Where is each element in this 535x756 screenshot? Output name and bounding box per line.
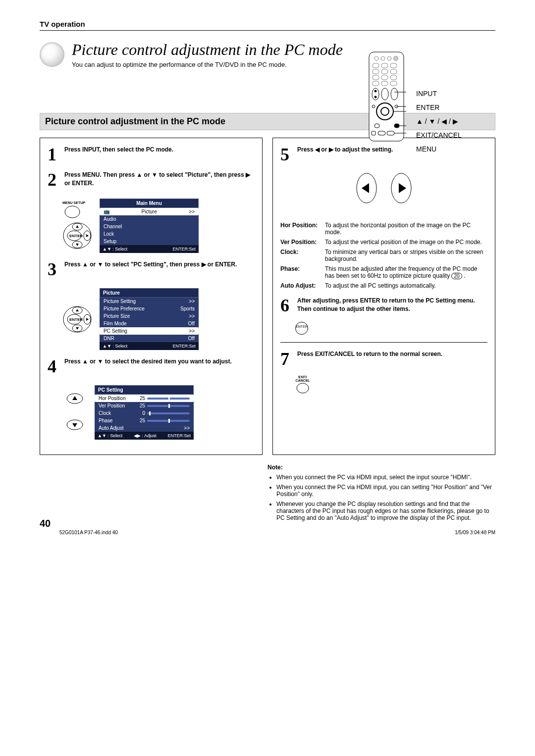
down-button-icon [62,417,87,432]
menu-button-icon [62,204,82,219]
menu-item-channel: Channel [104,224,122,229]
section-header: TV operation [40,20,495,31]
remote-label-input: INPUT [416,87,462,101]
exit-cancel-label: EXIT/ CANCEL [295,375,310,382]
up-button-icon [62,391,87,406]
enter-label: ENTER [69,234,83,238]
step-2: Press MENU. Then press ▲ or ▼ to select … [64,171,255,188]
page-title: Picture control adjustment in the PC mod… [72,41,343,59]
def-hor-label: Hor Position: [280,222,325,236]
def-hor-text: To adjust the horizontal position of the… [325,222,487,236]
exit-button-icon [295,382,310,394]
def-ver-label: Ver Position: [280,239,325,246]
remote-label-exit: EXIT/CANCEL [416,128,462,142]
enter-label: ENTER [69,317,83,322]
note-2: When you connect the PC via HDMI input, … [276,484,495,498]
step-7: Press EXIT/CANCEL to return to the norma… [297,350,487,358]
def-clock-text: To minimize any vertical bars or stripes… [325,249,487,262]
svg-point-61 [297,383,309,393]
remote-label-arrows: ▲ / ▼ / ◀ / ▶ [416,114,462,128]
svg-point-4 [394,56,398,61]
def-clock-label: Clock: [280,249,325,262]
svg-point-36 [65,206,80,218]
def-auto-label: Auto Adjust: [280,282,325,289]
svg-rect-27 [394,124,399,128]
svg-point-19 [374,96,376,98]
note-1: When you connect the PC via HDMI input, … [276,474,495,481]
step-4: Press ▲ or ▼ to select the desired item … [64,357,255,366]
step-1: Press INPUT, then select the PC mode. [64,146,255,154]
svg-point-18 [374,90,376,92]
footer-file: 52G0101A P37-46.indd 40 [59,530,118,535]
def-phase-text: This must be adjusted after the frequenc… [325,265,487,279]
menu-setup-label: MENU SETUP [62,201,92,204]
def-ver-text: To adjust the vertical position of the i… [325,239,487,246]
main-menu-osd: Main Menu 📺Picture>> Audio Channel Lock … [100,199,199,253]
remote-label-menu: MENU [416,142,462,156]
enter-button-icon: ENTER [295,322,308,335]
note-heading: Note: [268,464,495,471]
menu-item-setup: Setup [104,239,116,244]
page-subtitle: You can adjust to optimize the performan… [72,61,343,68]
left-right-buttons-icon [349,171,419,205]
menu-item-picture: Picture [142,209,157,214]
step-3: Press ▲ or ▼ to select "PC Setting", the… [64,260,255,269]
def-auto-text: To adjust the all PC settings automatica… [325,282,487,289]
main-menu-title: Main Menu [100,199,199,208]
picture-menu-osd: Picture Picture Setting>> Picture Prefer… [100,288,199,350]
note-3: Whenever you change the PC display resol… [276,501,495,521]
page-number: 40 [40,518,51,529]
pc-setting-osd: PC Setting Hor Position25 Ver Position25… [95,385,194,440]
remote-diagram: INPUT ENTER ▲ / ▼ / ◀ / ▶ EXIT/CANCEL ME… [367,50,495,145]
remote-label-enter: ENTER [416,101,462,114]
svg-rect-0 [369,52,404,141]
decorative-sphere [40,42,64,67]
menu-item-audio: Audio [104,216,116,222]
def-phase-label: Phase: [280,265,325,279]
step-6: After adjusting, press ENTER to return t… [297,297,487,313]
menu-item-lock: Lock [104,231,114,237]
footer-timestamp: 1/5/09 3:04:48 PM [455,530,495,535]
